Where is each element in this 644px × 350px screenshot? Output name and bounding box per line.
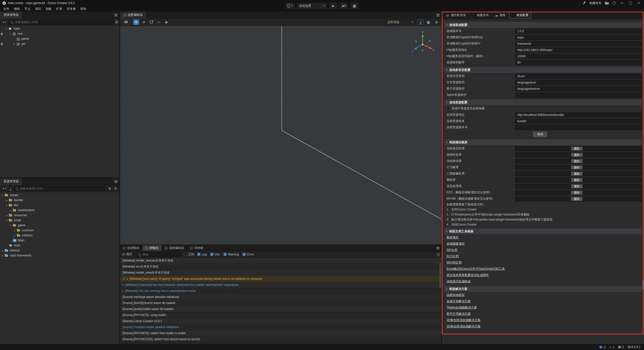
log-entry[interactable]: [Scene] [PHYSICS]: switch from builtin t… <box>120 330 441 336</box>
field-input[interactable] <box>515 125 642 130</box>
remote-load-checkbox[interactable] <box>447 107 450 110</box>
log-entry[interactable]: [Scene] Cocos Creator v3.8.2 <box>120 318 441 324</box>
section-header-docs[interactable]: 框架文档工具链接 <box>444 228 642 234</box>
menu-item[interactable]: 编辑 <box>12 7 22 11</box>
log-expand-arrow-icon[interactable] <box>127 277 128 280</box>
solution-link[interactable]: 战棋游戏框架 <box>447 293 465 297</box>
hierarchy-node[interactable]: root <box>0 31 119 36</box>
section-header-resources[interactable]: 游戏资源配置 <box>444 99 642 105</box>
inspector-tab[interactable]: 服务 <box>492 12 508 18</box>
solution-link[interactable]: 3D角色扮演游戏解决方案 <box>447 324 480 329</box>
asset-item[interactable]: Main <box>0 238 119 243</box>
menu-item[interactable]: 节点 <box>22 7 33 11</box>
scale-tool[interactable] <box>148 19 154 25</box>
import-asset-button[interactable] <box>9 186 12 191</box>
asset-item[interactable]: libs <box>0 203 119 208</box>
console-tab[interactable]: 控制台 <box>142 245 162 251</box>
log-entry[interactable]: [Scene] Forward render pipeline initiali… <box>120 324 441 330</box>
hierarchy-node[interactable]: game <box>0 36 119 41</box>
field-input[interactable] <box>515 119 642 124</box>
field-input[interactable] <box>515 35 642 40</box>
section-header-basic[interactable]: 游戏基础配置 <box>444 22 642 28</box>
field-input[interactable] <box>515 112 642 117</box>
console-tab[interactable]: 资源预览 <box>120 245 142 251</box>
tab-hierarchy[interactable]: 层级管理器 <box>0 12 22 19</box>
log-expand-arrow-icon[interactable] <box>123 283 124 286</box>
status-counter[interactable]: 0 <box>618 345 624 349</box>
lock-icon[interactable] <box>0 26 4 31</box>
field-input[interactable] <box>515 74 642 79</box>
solution-link[interactable]: 2D角色扮演游戏解决方案 <box>447 318 480 322</box>
expand-arrow-icon[interactable] <box>13 42 16 45</box>
open-project-folder-icon[interactable] <box>605 2 609 5</box>
create-node-button[interactable] <box>2 20 7 25</box>
tab-assets[interactable]: 资源管理器 <box>0 178 22 185</box>
solution-link[interactable]: 全栈开发解决方案 <box>447 299 471 303</box>
maximize-button[interactable] <box>628 1 633 5</box>
console-tab[interactable]: 动画图 <box>187 245 207 251</box>
log-entry[interactable]: [Window] You are running Vue in developm… <box>120 288 441 294</box>
log-entry[interactable]: [Window] Download the Vue Devtools exten… <box>120 282 441 288</box>
menu-item[interactable]: 文件 <box>1 7 12 11</box>
sort-assets-button[interactable] <box>107 186 112 191</box>
expand-arrow-icon[interactable] <box>5 199 9 202</box>
expand-arrow-icon[interactable] <box>5 27 8 30</box>
solution-link[interactable]: 新手引导解决方案 <box>447 312 471 316</box>
delete-module-button[interactable]: 删除 <box>571 172 583 176</box>
delete-module-button[interactable]: 删除 <box>571 147 583 151</box>
move-tool[interactable] <box>133 19 139 25</box>
export-log-icon[interactable] <box>437 253 439 256</box>
preview-device-select[interactable] <box>285 3 295 9</box>
filter-checkbox[interactable] <box>243 253 246 256</box>
filter-checkbox[interactable] <box>197 253 200 256</box>
assets-search-input[interactable] <box>19 187 104 191</box>
expand-arrow-icon[interactable] <box>9 32 12 35</box>
log-entry[interactable]: [Scene] meshopt wasm decoder initialized <box>120 294 441 300</box>
field-input[interactable] <box>515 48 642 53</box>
rect-tool[interactable] <box>156 19 162 25</box>
create-asset-button[interactable] <box>2 186 7 191</box>
lock-icon[interactable] <box>0 31 4 36</box>
help-icon[interactable] <box>612 1 616 5</box>
asset-item[interactable]: script <box>0 218 119 223</box>
inspector-scrollbar[interactable] <box>642 280 644 290</box>
asset-item[interactable]: internal <box>0 248 119 253</box>
projection-3d-toggle[interactable]: 3D <box>122 19 130 25</box>
section-header-modules[interactable]: 框架模块裁剪 <box>444 139 642 145</box>
preview-layout-button[interactable] <box>350 3 359 9</box>
minimize-button[interactable] <box>619 1 624 5</box>
menu-item[interactable]: 扩展 <box>54 7 64 11</box>
save-button[interactable]: 保存 <box>533 132 547 137</box>
menu-item[interactable]: 面板 <box>43 7 54 11</box>
panel-menu-icon[interactable] <box>436 14 439 16</box>
log-entry[interactable]: [Scene] [box2d]:box2d wasm lib loaded. <box>120 300 441 306</box>
doc-link[interactable]: ECS文档 <box>447 254 459 258</box>
log-entry[interactable]: [Window] render_texture文件夹不存在 <box>120 258 441 264</box>
orientation-gizmo[interactable]: Y X Z <box>411 31 435 56</box>
status-counter[interactable]: 1 <box>609 345 614 349</box>
asset-item[interactable]: seedrandom <box>0 208 119 213</box>
asset-item[interactable]: oops-framework <box>0 253 119 258</box>
filter-checkbox[interactable] <box>223 253 227 256</box>
doc-link[interactable]: 动画状态机编辑器 <box>447 279 471 284</box>
expand-arrow-icon[interactable] <box>1 194 5 197</box>
expand-arrow-icon[interactable] <box>1 249 5 252</box>
doc-link[interactable]: 教程项目 <box>447 235 459 240</box>
delete-module-button[interactable]: 删除 <box>571 159 583 163</box>
log-entry[interactable]: [Scene] [bullet]:bullet wasm lib loaded. <box>120 306 441 312</box>
expand-arrow-icon[interactable] <box>5 214 9 217</box>
asset-item[interactable]: resources <box>0 213 119 218</box>
doc-link[interactable]: 游戏模板项目 <box>447 242 465 246</box>
field-input[interactable] <box>515 86 642 91</box>
inspector-tab[interactable]: 构建发布 <box>469 12 491 18</box>
doc-link[interactable]: API文档 <box>447 248 457 252</box>
asset-item[interactable]: assets <box>0 193 119 198</box>
filter-checkbox[interactable] <box>210 253 214 256</box>
close-button[interactable] <box>636 1 641 5</box>
log-entry[interactable]: [Window] model_view文件夹不存在 <box>120 270 441 276</box>
scene-view-settings-button[interactable] <box>425 19 431 25</box>
status-counter[interactable]: 3 <box>599 345 605 349</box>
play-button[interactable] <box>329 3 338 9</box>
scene-light-toggle[interactable] <box>417 19 423 25</box>
expand-arrow-icon[interactable] <box>5 204 9 207</box>
